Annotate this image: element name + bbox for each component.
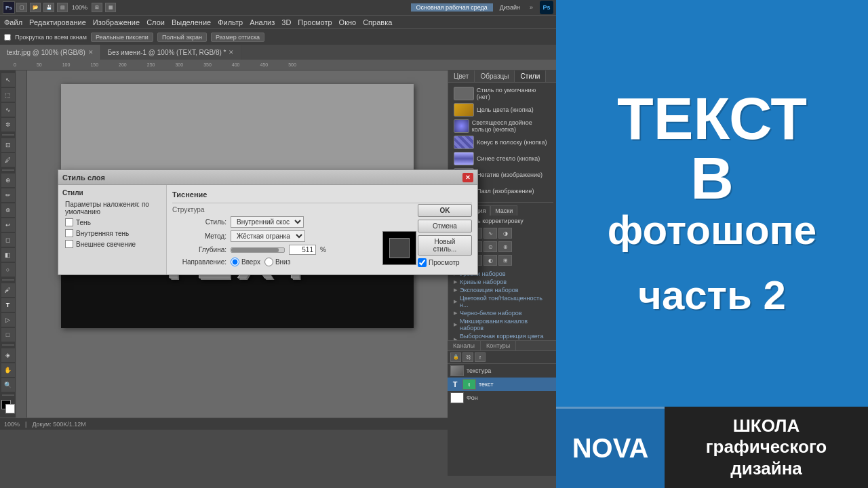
- tool-crop[interactable]: ⊡: [1, 138, 15, 152]
- save-icon[interactable]: 💾: [43, 3, 54, 12]
- panel-tab-color[interactable]: Цвет: [448, 70, 475, 82]
- layer-style-icon[interactable]: f: [475, 352, 486, 362]
- tool-text[interactable]: T: [1, 298, 15, 312]
- dialog-item-inner-shadow[interactable]: Внутренняя тень: [62, 228, 162, 239]
- layers-tab-paths[interactable]: Контуры: [481, 341, 516, 350]
- tool-select-move[interactable]: ↖: [1, 73, 15, 87]
- dialog-new-style-btn[interactable]: Новый стиль...: [418, 235, 472, 256]
- workspace-button[interactable]: Основная рабочая среда: [411, 3, 493, 12]
- corr-icon-exposure[interactable]: ◑: [498, 228, 512, 239]
- layer-fon[interactable]: Фон: [448, 391, 556, 405]
- tool-eyedropper[interactable]: 🖊: [1, 153, 15, 167]
- tab-textr-close[interactable]: ✕: [88, 49, 94, 56]
- tool-eraser[interactable]: ◻: [1, 233, 15, 247]
- tool-dodge[interactable]: ○: [1, 263, 15, 277]
- tool-path-select[interactable]: ▷: [1, 313, 15, 327]
- bevel-depth-input[interactable]: [289, 245, 316, 255]
- menu-edit[interactable]: Редактирование: [29, 18, 86, 26]
- design-button[interactable]: Дизайн: [494, 3, 526, 12]
- tool-spot-heal[interactable]: ⊕: [1, 174, 15, 187]
- style-item-glass[interactable]: Синее стекло (кнопка): [451, 150, 553, 167]
- bevel-depth-slider[interactable]: [231, 247, 285, 253]
- dialog-item-outer-glow[interactable]: Внешнее свечение: [62, 239, 162, 249]
- layer-lock-icon[interactable]: 🔒: [450, 352, 461, 362]
- tool-marquee[interactable]: ⬚: [1, 88, 15, 102]
- fullscreen-btn[interactable]: Полный экран: [157, 33, 207, 42]
- tool-zoom[interactable]: 🔍: [1, 378, 15, 392]
- menu-file[interactable]: Файл: [4, 18, 22, 26]
- photoshop-area: Ps ▢ 📂 💾 ▤ 100% ⊞ ▦ Основная рабочая сре…: [0, 0, 556, 488]
- preview-checkbox[interactable]: [418, 258, 427, 267]
- open-icon[interactable]: 📂: [30, 3, 41, 12]
- menu-filter[interactable]: Фильтр: [218, 18, 243, 26]
- menu-window[interactable]: Окно: [339, 18, 357, 26]
- corr-tab-masks[interactable]: Маски: [490, 205, 517, 216]
- shadow-checkbox[interactable]: [65, 218, 73, 226]
- preview-check-label[interactable]: Просмотр: [418, 258, 472, 267]
- adj-channelmix[interactable]: ▶ Микширования каналов наборов: [451, 317, 553, 332]
- layer-link-icon[interactable]: ⛓: [462, 352, 473, 362]
- scroll-all-check[interactable]: [4, 34, 11, 41]
- bevel-method-select[interactable]: Жёсткая огранка Плавная огранка Сглажива…: [231, 230, 305, 242]
- tab-bezimeni[interactable]: Без имени-1 @ 100% (TEXT, RGB/8) * ✕: [101, 45, 242, 60]
- style-item-stripe[interactable]: Конус в полоску (кнопка): [451, 134, 553, 150]
- tool-history-brush[interactable]: ↩: [1, 218, 15, 232]
- menu-select[interactable]: Выделение: [172, 18, 211, 26]
- style-item-default[interactable]: Стиль по умолчанию (нет): [451, 85, 553, 102]
- bevel-style-select[interactable]: Внутренний скос Внешний скос Тиснение: [231, 216, 304, 228]
- arrange-icon[interactable]: ▦: [105, 3, 116, 12]
- fit-btn[interactable]: Размер оттиска: [211, 33, 264, 42]
- tool-hand[interactable]: ✋: [1, 363, 15, 377]
- corr-icon-pattern[interactable]: ⊞: [498, 255, 512, 266]
- foreground-bg-colors[interactable]: [1, 400, 15, 413]
- tool-3d[interactable]: ◈: [1, 348, 15, 362]
- dialog-cancel-btn[interactable]: Отмена: [418, 220, 472, 232]
- menu-3d[interactable]: 3D: [281, 18, 291, 26]
- adj-hue[interactable]: ▶ Цветовой тон/Насыщенность н...: [451, 294, 553, 309]
- menu-analysis[interactable]: Анализ: [250, 18, 275, 26]
- tool-pen[interactable]: 🖋: [1, 283, 15, 297]
- new-icon[interactable]: ▢: [16, 3, 27, 12]
- tool-magic-wand[interactable]: ✲: [1, 118, 15, 131]
- menu-image[interactable]: Изображение: [93, 18, 140, 26]
- tool-clone[interactable]: ⊚: [1, 203, 15, 217]
- direction-up-label[interactable]: Вверх: [231, 258, 260, 266]
- direction-down-label[interactable]: Вниз: [264, 258, 290, 266]
- adj-exposure[interactable]: ▶ Экспозиция наборов: [451, 286, 553, 294]
- corr-icon-mix[interactable]: ⊕: [498, 241, 512, 252]
- style-item-ring[interactable]: Светящееся двойное кольцо (кнопка): [451, 118, 553, 134]
- direction-down-radio[interactable]: [264, 258, 273, 266]
- menu-view[interactable]: Просмотр: [298, 18, 332, 26]
- style-item-gold[interactable]: Цель цвета (кнопка): [451, 102, 553, 118]
- menu-layers[interactable]: Слои: [146, 18, 165, 26]
- layer-textura[interactable]: текстура: [448, 364, 556, 378]
- corr-icon-photo[interactable]: ⊙: [484, 241, 497, 252]
- tool-brush[interactable]: ✏: [1, 188, 15, 202]
- inner-shadow-checkbox[interactable]: [65, 229, 73, 237]
- adj-curves[interactable]: ▶ Кривые наборов: [451, 278, 553, 286]
- tool-gradient[interactable]: ◧: [1, 248, 15, 262]
- corr-icon-curves[interactable]: ∿: [484, 228, 497, 239]
- tool-shape[interactable]: □: [1, 328, 15, 342]
- tool-lasso[interactable]: ∿: [1, 103, 15, 117]
- adj-bw[interactable]: ▶ Черно-белое наборов: [451, 309, 553, 317]
- tab-textr[interactable]: textr.jpg @ 100% (RGB/8) ✕: [0, 45, 101, 60]
- dialog-ok-btn[interactable]: OK: [418, 204, 472, 217]
- dialog-item-shadow[interactable]: Тень: [62, 217, 162, 228]
- layer-tekst[interactable]: T t текст: [448, 378, 556, 391]
- view-icon[interactable]: ⊞: [92, 3, 102, 12]
- expand-btn[interactable]: »: [527, 4, 536, 11]
- dialog-item-params[interactable]: Параметры наложения: по умолчанию: [62, 199, 162, 217]
- tab-bezimeni-close[interactable]: ✕: [229, 49, 234, 56]
- real-pixels-btn[interactable]: Реальные пиксели: [91, 33, 153, 42]
- panel-tab-styles[interactable]: Стили: [515, 70, 546, 82]
- outer-glow-checkbox[interactable]: [65, 240, 73, 248]
- layer-style-dialog[interactable]: Стиль слоя ✕ Стили Параметры наложения: …: [58, 169, 478, 275]
- direction-up-radio[interactable]: [231, 258, 239, 266]
- layers-tab-channels[interactable]: Каналы: [448, 341, 481, 350]
- panel-tab-swatches[interactable]: Образцы: [475, 70, 515, 82]
- corr-icon-gradient[interactable]: ◐: [484, 255, 497, 266]
- zoom-select[interactable]: ▤: [57, 3, 68, 12]
- menu-help[interactable]: Справка: [363, 18, 392, 26]
- dialog-close-btn[interactable]: ✕: [462, 173, 473, 182]
